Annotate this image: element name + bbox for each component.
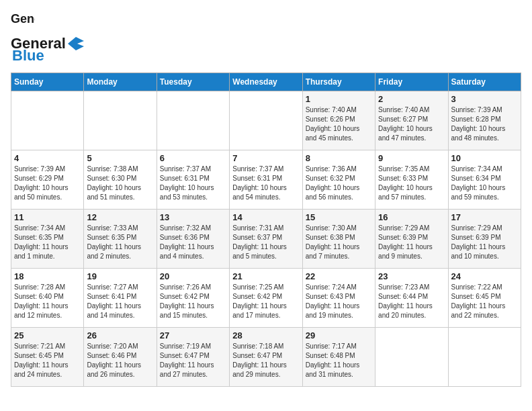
calendar-cell: 23Sunrise: 7:23 AM Sunset: 6:44 PM Dayli… [375,269,448,328]
day-number: 19 [87,271,153,281]
header-monday: Monday [84,73,157,91]
day-content: Sunrise: 7:32 AM Sunset: 6:36 PM Dayligh… [160,224,226,261]
header-wednesday: Wednesday [230,73,302,91]
calendar-cell: 4Sunrise: 7:39 AM Sunset: 6:29 PM Daylig… [11,150,84,210]
header-sunday: Sunday [11,73,84,91]
calendar-cell [230,91,302,150]
day-content: Sunrise: 7:33 AM Sunset: 6:35 PM Dayligh… [87,224,153,261]
calendar-cell: 11Sunrise: 7:34 AM Sunset: 6:35 PM Dayli… [11,210,84,269]
day-number: 3 [451,94,518,104]
calendar-cell [84,91,157,150]
calendar-cell: 5Sunrise: 7:38 AM Sunset: 6:30 PM Daylig… [84,150,157,210]
day-content: Sunrise: 7:22 AM Sunset: 6:45 PM Dayligh… [451,283,518,320]
calendar-cell: 27Sunrise: 7:19 AM Sunset: 6:47 PM Dayli… [157,328,229,387]
day-content: Sunrise: 7:17 AM Sunset: 6:48 PM Dayligh… [306,342,372,379]
day-number: 14 [232,212,299,222]
calendar-cell: 7Sunrise: 7:37 AM Sunset: 6:31 PM Daylig… [230,150,302,210]
day-content: Sunrise: 7:40 AM Sunset: 6:26 PM Dayligh… [306,105,372,143]
day-number: 13 [160,212,226,222]
day-number: 17 [451,212,518,222]
calendar-week-row: 4Sunrise: 7:39 AM Sunset: 6:29 PM Daylig… [11,150,521,210]
calendar-week-row: 11Sunrise: 7:34 AM Sunset: 6:35 PM Dayli… [11,210,521,269]
calendar-cell [375,328,448,387]
day-number: 27 [160,330,226,340]
day-content: Sunrise: 7:24 AM Sunset: 6:43 PM Dayligh… [306,283,372,320]
day-number: 24 [451,271,518,281]
day-content: Sunrise: 7:38 AM Sunset: 6:30 PM Dayligh… [87,165,153,202]
logo: General General Blue [11,11,84,64]
day-number: 16 [378,212,445,222]
calendar-cell: 19Sunrise: 7:27 AM Sunset: 6:41 PM Dayli… [84,269,157,328]
calendar-cell: 22Sunrise: 7:24 AM Sunset: 6:43 PM Dayli… [302,269,375,328]
day-content: Sunrise: 7:29 AM Sunset: 6:39 PM Dayligh… [451,224,518,261]
calendar-cell: 9Sunrise: 7:35 AM Sunset: 6:33 PM Daylig… [375,150,448,210]
day-content: Sunrise: 7:40 AM Sunset: 6:27 PM Dayligh… [378,105,445,143]
calendar-cell: 8Sunrise: 7:36 AM Sunset: 6:32 PM Daylig… [302,150,375,210]
calendar-cell: 26Sunrise: 7:20 AM Sunset: 6:46 PM Dayli… [84,328,157,387]
calendar-cell: 16Sunrise: 7:29 AM Sunset: 6:39 PM Dayli… [375,210,448,269]
calendar-table: SundayMondayTuesdayWednesdayThursdayFrid… [11,73,521,387]
calendar-cell: 12Sunrise: 7:33 AM Sunset: 6:35 PM Dayli… [84,210,157,269]
logo-icon: General [11,11,35,38]
calendar-cell: 14Sunrise: 7:31 AM Sunset: 6:37 PM Dayli… [230,210,302,269]
day-content: Sunrise: 7:36 AM Sunset: 6:32 PM Dayligh… [306,165,372,202]
day-content: Sunrise: 7:26 AM Sunset: 6:42 PM Dayligh… [160,283,226,320]
day-content: Sunrise: 7:18 AM Sunset: 6:47 PM Dayligh… [232,342,299,379]
day-number: 4 [14,153,81,163]
day-content: Sunrise: 7:34 AM Sunset: 6:34 PM Dayligh… [451,165,518,202]
calendar-cell: 2Sunrise: 7:40 AM Sunset: 6:27 PM Daylig… [375,91,448,150]
day-number: 9 [378,153,445,163]
day-number: 23 [378,271,445,281]
day-number: 20 [160,271,226,281]
day-number: 28 [232,330,299,340]
day-content: Sunrise: 7:37 AM Sunset: 6:31 PM Dayligh… [160,165,226,202]
day-content: Sunrise: 7:37 AM Sunset: 6:31 PM Dayligh… [232,165,299,202]
calendar-cell: 6Sunrise: 7:37 AM Sunset: 6:31 PM Daylig… [157,150,229,210]
header-thursday: Thursday [302,73,375,91]
calendar-cell: 21Sunrise: 7:25 AM Sunset: 6:42 PM Dayli… [230,269,302,328]
header-tuesday: Tuesday [157,73,229,91]
calendar-header-row: SundayMondayTuesdayWednesdayThursdayFrid… [11,73,521,91]
calendar-cell: 28Sunrise: 7:18 AM Sunset: 6:47 PM Dayli… [230,328,302,387]
day-content: Sunrise: 7:25 AM Sunset: 6:42 PM Dayligh… [232,283,299,320]
calendar-cell: 15Sunrise: 7:30 AM Sunset: 6:38 PM Dayli… [302,210,375,269]
day-number: 8 [306,153,372,163]
day-number: 21 [232,271,299,281]
day-content: Sunrise: 7:39 AM Sunset: 6:29 PM Dayligh… [14,165,81,202]
day-number: 1 [306,94,372,104]
day-content: Sunrise: 7:29 AM Sunset: 6:39 PM Dayligh… [378,224,445,261]
day-content: Sunrise: 7:21 AM Sunset: 6:45 PM Dayligh… [14,342,81,379]
day-number: 5 [87,153,153,163]
day-number: 29 [306,330,372,340]
day-content: Sunrise: 7:39 AM Sunset: 6:28 PM Dayligh… [451,105,518,143]
day-number: 2 [378,94,445,104]
calendar-cell: 1Sunrise: 7:40 AM Sunset: 6:26 PM Daylig… [302,91,375,150]
day-content: Sunrise: 7:19 AM Sunset: 6:47 PM Dayligh… [160,342,226,379]
calendar-cell [448,328,521,387]
day-content: Sunrise: 7:35 AM Sunset: 6:33 PM Dayligh… [378,165,445,202]
calendar-cell: 17Sunrise: 7:29 AM Sunset: 6:39 PM Dayli… [448,210,521,269]
calendar-cell: 25Sunrise: 7:21 AM Sunset: 6:45 PM Dayli… [11,328,84,387]
calendar-cell: 18Sunrise: 7:28 AM Sunset: 6:40 PM Dayli… [11,269,84,328]
logo-blue: Blue [12,47,44,64]
day-number: 12 [87,212,153,222]
day-number: 10 [451,153,518,163]
svg-marker-1 [68,37,84,50]
header-saturday: Saturday [448,73,521,91]
day-content: Sunrise: 7:28 AM Sunset: 6:40 PM Dayligh… [14,283,81,320]
day-number: 11 [14,212,81,222]
day-number: 22 [306,271,372,281]
day-number: 25 [14,330,81,340]
day-number: 18 [14,271,81,281]
day-number: 15 [306,212,372,222]
day-content: Sunrise: 7:23 AM Sunset: 6:44 PM Dayligh… [378,283,445,320]
calendar-cell [157,91,229,150]
header-friday: Friday [375,73,448,91]
svg-text:General: General [11,12,35,26]
calendar-cell: 3Sunrise: 7:39 AM Sunset: 6:28 PM Daylig… [448,91,521,150]
calendar-cell: 10Sunrise: 7:34 AM Sunset: 6:34 PM Dayli… [448,150,521,210]
header: General General Blue [11,11,521,64]
day-content: Sunrise: 7:27 AM Sunset: 6:41 PM Dayligh… [87,283,153,320]
calendar-week-row: 1Sunrise: 7:40 AM Sunset: 6:26 PM Daylig… [11,91,521,150]
day-content: Sunrise: 7:20 AM Sunset: 6:46 PM Dayligh… [87,342,153,379]
